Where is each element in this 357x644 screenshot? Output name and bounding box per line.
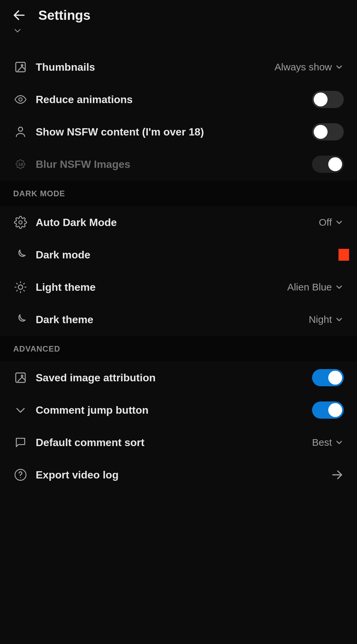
section-heading: DARK MODE bbox=[13, 189, 65, 198]
arrow-left-icon bbox=[12, 8, 26, 22]
svg-point-3 bbox=[19, 98, 22, 101]
row-label: Auto Dark Mode bbox=[36, 216, 319, 229]
sun-outline-icon bbox=[13, 280, 28, 294]
svg-rect-1 bbox=[16, 62, 25, 72]
row-label: Comment jump button bbox=[36, 404, 312, 416]
svg-point-4 bbox=[19, 127, 23, 132]
image-icon bbox=[13, 370, 28, 385]
eye-icon bbox=[13, 92, 28, 107]
row-value: Best bbox=[312, 437, 332, 448]
row-export-video-log[interactable]: Export video log bbox=[0, 459, 357, 491]
row-label: Dark theme bbox=[36, 314, 309, 326]
chevron-down-icon bbox=[335, 218, 344, 227]
row-label: Blur NSFW Images bbox=[36, 158, 312, 170]
row-label: Dark mode bbox=[36, 249, 338, 261]
row-label: Saved image attribution bbox=[36, 372, 312, 384]
person-icon bbox=[13, 125, 28, 139]
chevron-down-icon bbox=[335, 315, 344, 324]
svg-point-2 bbox=[21, 64, 23, 66]
row-light-theme[interactable]: Light theme Alien Blue bbox=[0, 271, 357, 303]
toggle-saved-image-attribution[interactable] bbox=[312, 369, 344, 386]
chevron-down-icon bbox=[335, 438, 344, 447]
row-blur-nsfw: 18 Blur NSFW Images bbox=[0, 148, 357, 180]
row-label: Thumbnails bbox=[36, 61, 275, 73]
arrow-right-icon bbox=[331, 468, 344, 481]
header: Settings bbox=[0, 0, 357, 30]
section-advanced: ADVANCED bbox=[0, 336, 357, 361]
row-dark-theme[interactable]: Dark theme Night bbox=[0, 303, 357, 336]
svg-text:18: 18 bbox=[18, 162, 23, 167]
row-label: Light theme bbox=[36, 281, 287, 293]
help-circle-icon bbox=[13, 468, 28, 482]
svg-point-6 bbox=[19, 221, 22, 224]
toggle-blur-nsfw bbox=[312, 156, 344, 173]
badge-18-icon: 18 bbox=[13, 157, 28, 171]
highlight-box bbox=[338, 249, 349, 261]
section-dark-mode: DARK MODE bbox=[0, 180, 357, 206]
toggle-comment-jump-button[interactable] bbox=[312, 401, 344, 419]
chevron-down-icon bbox=[335, 62, 344, 72]
gear-icon bbox=[13, 215, 28, 230]
image-icon bbox=[13, 60, 28, 74]
previous-row-peek bbox=[0, 30, 357, 40]
row-label: Reduce animations bbox=[36, 94, 312, 106]
chevron-down-icon bbox=[13, 403, 28, 417]
svg-point-9 bbox=[21, 375, 23, 377]
svg-rect-8 bbox=[16, 373, 25, 383]
row-thumbnails[interactable]: Thumbnails Always show bbox=[0, 51, 357, 83]
row-saved-image-attribution[interactable]: Saved image attribution bbox=[0, 361, 357, 394]
svg-point-11 bbox=[20, 477, 21, 478]
comment-icon bbox=[13, 435, 28, 450]
page-title: Settings bbox=[38, 8, 91, 23]
back-button[interactable] bbox=[12, 8, 26, 22]
row-value: Off bbox=[319, 217, 332, 228]
chevron-down-icon bbox=[13, 26, 22, 36]
row-show-nsfw[interactable]: Show NSFW content (I'm over 18) bbox=[0, 116, 357, 148]
row-label: Export video log bbox=[36, 469, 331, 481]
moon-icon bbox=[13, 247, 28, 262]
row-default-comment-sort[interactable]: Default comment sort Best bbox=[0, 426, 357, 459]
row-value: Always show bbox=[275, 61, 332, 73]
moon-icon bbox=[13, 312, 28, 327]
row-value: Night bbox=[309, 314, 332, 325]
row-comment-jump-button[interactable]: Comment jump button bbox=[0, 394, 357, 426]
chevron-down-icon bbox=[335, 283, 344, 292]
row-dark-mode[interactable]: Dark mode bbox=[0, 239, 357, 271]
row-auto-dark-mode[interactable]: Auto Dark Mode Off bbox=[0, 206, 357, 239]
section-heading: ADVANCED bbox=[13, 344, 60, 353]
row-label: Default comment sort bbox=[36, 436, 312, 449]
row-label: Show NSFW content (I'm over 18) bbox=[36, 126, 312, 138]
row-value: Alien Blue bbox=[287, 282, 332, 293]
toggle-show-nsfw[interactable] bbox=[312, 123, 344, 140]
toggle-reduce-animations[interactable] bbox=[312, 91, 344, 108]
svg-point-7 bbox=[18, 285, 22, 289]
row-reduce-animations[interactable]: Reduce animations bbox=[0, 83, 357, 116]
